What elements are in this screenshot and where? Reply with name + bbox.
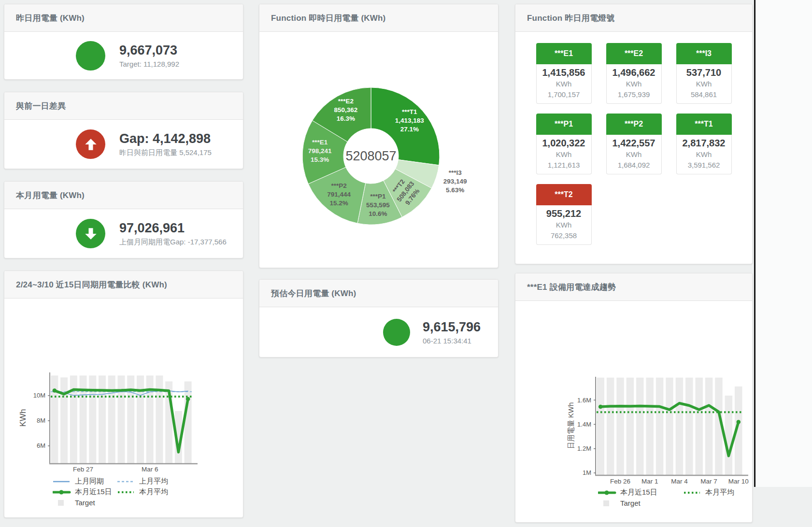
- light-tile-***T1[interactable]: ***T12,817,832KWh3,591,562: [676, 114, 732, 174]
- panel-day-gap: 與前一日差異 Gap: 4,142,898 昨日與前日用電量 5,524,175: [4, 92, 243, 169]
- panel-title: Function 即時日用電量 (KWh): [271, 13, 385, 24]
- light-tile-target: 1,684,092: [607, 160, 661, 171]
- y-tick-label: 1.6M: [577, 397, 591, 404]
- stat-body: 9,667,073 Target: 11,128,992: [4, 32, 243, 79]
- target-bar: [185, 382, 192, 463]
- panel-header: 本月用電量 (KWh): [4, 182, 243, 209]
- stat-value: 9,667,073: [119, 43, 179, 58]
- x-tick-label: Mar 1: [641, 478, 658, 485]
- target-bar: [60, 377, 68, 463]
- target-bar: [705, 378, 713, 475]
- legend-item-上月同期[interactable]: 上月同期: [53, 476, 117, 486]
- light-tile-body: 537,710KWh584,861: [676, 64, 732, 104]
- light-tile-***P1[interactable]: ***P11,020,322KWh1,121,613: [536, 114, 592, 174]
- trend-line-chart[interactable]: 1M1.2M1.4M1.6MFeb 26Mar 1Mar 4Mar 7Mar 1…: [515, 301, 752, 486]
- right-margin: [756, 0, 812, 487]
- target-bar: [685, 378, 693, 475]
- light-tile-***E1[interactable]: ***E11,415,856KWh1,700,157: [536, 43, 592, 104]
- legend-swatch-thick: [598, 489, 616, 496]
- panel-header: 昨日用電量 (KWh): [4, 4, 243, 32]
- light-tile-value: 955,212: [537, 208, 591, 220]
- light-tile-body: 1,496,662KWh1,675,939: [606, 64, 662, 104]
- chart-body: 1M1.2M1.4M1.6MFeb 26Mar 1Mar 4Mar 7Mar 1…: [515, 301, 752, 522]
- chart-body: ***T11,413,18327.1%***I3293,1495.63%***T…: [259, 32, 498, 268]
- x-tick-label: Mar 7: [700, 478, 717, 485]
- light-tile-name: ***T2: [536, 184, 592, 205]
- light-tile-***T2[interactable]: ***T2955,212KWh762,358: [536, 184, 592, 245]
- panel-month-usage: 本月用電量 (KWh) 97,026,961 上個月同期用電Gap: -17,3…: [4, 181, 243, 258]
- arrow-up-icon: [83, 137, 99, 152]
- y-tick-label: 1M: [583, 469, 591, 476]
- compare-line-chart[interactable]: 6M8M10MFeb 27Mar 6KWh: [4, 299, 243, 475]
- panel-title: 與前一日差異: [16, 100, 66, 112]
- legend-swatch-dots: [683, 489, 701, 496]
- panel-header: Function 昨日用電燈號: [515, 4, 752, 32]
- series-endpoint: [598, 405, 603, 409]
- window-edge-line: [754, 0, 755, 487]
- stat-text: 97,026,961 上個月同期用電Gap: -17,377,566: [119, 221, 227, 247]
- target-bar: [108, 375, 115, 463]
- light-tile-name: ***P2: [606, 114, 662, 135]
- legend-swatch-dash: [117, 478, 135, 485]
- target-bar: [99, 375, 106, 463]
- stat-value: 97,026,961: [119, 221, 227, 236]
- x-tick-label: Mar 4: [671, 478, 688, 485]
- stat-subtitle: 上個月同期用電Gap: -17,377,566: [119, 238, 227, 247]
- trend-chart-legend: 本月近15日本月平均Target: [598, 487, 734, 508]
- y-axis-title: KWh: [18, 409, 28, 427]
- panel-15day-compare: 2/24~3/10 近15日同期用電量比較 (KWh) 6M8M10MFeb 2…: [4, 271, 243, 518]
- y-tick-label: 8M: [37, 417, 45, 424]
- legend-swatch-square: [598, 500, 616, 507]
- light-tile-name: ***E1: [536, 43, 592, 64]
- series-endpoint: [53, 388, 57, 393]
- status-circle: [76, 129, 105, 159]
- target-bar: [89, 375, 96, 463]
- dashboard-page: 昨日用電量 (KWh) 9,667,073 Target: 11,128,992…: [0, 0, 812, 527]
- panel-title: 昨日用電量 (KWh): [16, 13, 85, 24]
- legend-item-Target[interactable]: Target: [598, 498, 683, 508]
- light-tile-target: 762,358: [537, 230, 591, 241]
- light-tile-target: 3,591,562: [677, 160, 731, 171]
- light-tile-value: 1,422,557: [607, 137, 661, 149]
- light-tile-***E2[interactable]: ***E21,496,662KWh1,675,939: [606, 43, 662, 104]
- stat-subtitle: Target: 11,128,992: [119, 60, 179, 68]
- x-tick-label: Mar 6: [142, 466, 158, 473]
- light-tile-value: 1,496,662: [607, 67, 661, 79]
- panel-estimate-today: 預估今日用電量 (KWh) 9,615,796 06-21 15:34:41: [259, 279, 499, 357]
- legend-item-本月平均[interactable]: 本月平均: [117, 487, 168, 497]
- status-circle: [383, 319, 410, 346]
- target-bar: [627, 378, 634, 475]
- light-tile-value: 2,817,832: [677, 137, 731, 149]
- stat-text: Gap: 4,142,898 昨日與前日用電量 5,524,175: [119, 131, 212, 157]
- chart-body: 6M8M10MFeb 27Mar 6KWh 上月同期上月平均本月近15日本月平均…: [4, 299, 243, 517]
- legend-label: 本月近15日: [75, 487, 112, 497]
- legend-item-本月近15日[interactable]: 本月近15日: [598, 487, 683, 498]
- y-tick-label: 1.2M: [577, 445, 591, 452]
- stat-subtitle: 06-21 15:34:41: [423, 337, 481, 345]
- light-tile-***P2[interactable]: ***P21,422,557KWh1,684,092: [606, 114, 662, 174]
- target-bar: [597, 378, 604, 475]
- light-tile-unit: KWh: [537, 149, 591, 160]
- y-tick-label: 6M: [37, 442, 45, 449]
- legend-item-上月平均[interactable]: 上月平均: [117, 476, 168, 486]
- target-bar: [656, 378, 664, 475]
- light-tile-body: 1,415,856KWh1,700,157: [536, 64, 592, 104]
- x-tick-label: Feb 26: [610, 478, 630, 485]
- stat-body: Gap: 4,142,898 昨日與前日用電量 5,524,175: [4, 120, 243, 169]
- realtime-donut-chart[interactable]: ***T11,413,18327.1%***I3293,1495.63%***T…: [259, 32, 498, 268]
- legend-swatch-line: [53, 478, 71, 485]
- panel-realtime-usage: Function 即時日用電量 (KWh) ***T11,413,18327.1…: [259, 4, 499, 268]
- legend-item-本月平均[interactable]: 本月平均: [683, 487, 734, 498]
- y-axis-title: 日用電量 KWh: [567, 402, 575, 449]
- target-bar: [695, 378, 703, 475]
- x-tick-label: Feb 27: [73, 466, 93, 473]
- panel-e1-trend: ***E1 設備用電達成趨勢 1M1.2M1.4M1.6MFeb 26Mar 1…: [515, 273, 753, 523]
- panel-title: ***E1 設備用電達成趨勢: [527, 282, 616, 293]
- light-tile-target: 1,700,157: [537, 89, 591, 100]
- panel-title: 2/24~3/10 近15日同期用電量比較 (KWh): [16, 279, 167, 290]
- light-tiles: ***E11,415,856KWh1,700,157***E21,496,662…: [515, 43, 752, 245]
- legend-label: Target: [620, 499, 641, 507]
- legend-item-Target[interactable]: Target: [53, 498, 117, 508]
- light-tile-***I3[interactable]: ***I3537,710KWh584,861: [676, 43, 732, 104]
- legend-item-本月近15日[interactable]: 本月近15日: [53, 487, 117, 497]
